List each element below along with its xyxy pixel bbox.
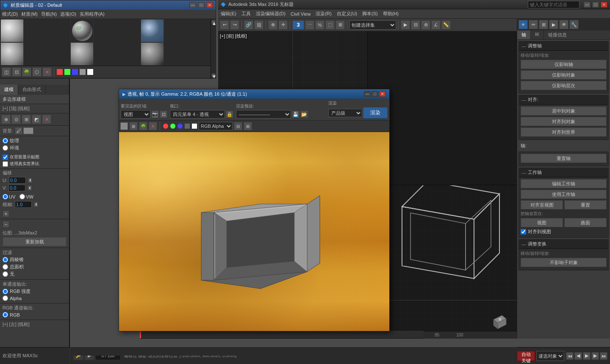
preset-select[interactable]: -------------------- [236, 110, 291, 119]
left-tool-4[interactable]: ◩ [32, 115, 41, 124]
rgb2-radio[interactable] [3, 312, 8, 317]
mat-editor-maximize-btn[interactable]: □ [198, 2, 205, 8]
next-frame-btn[interactable]: ⏭ [600, 352, 607, 360]
left-tool-2[interactable]: ⊙ [11, 115, 21, 124]
right-tab-ik[interactable]: IK [531, 30, 544, 39]
mat-menu-mode[interactable]: 模式(D) [0, 10, 19, 18]
mat-menu-nav[interactable]: 导航(N) [39, 10, 58, 18]
mat-menu-options[interactable]: 选项(O) [58, 10, 78, 18]
menu-render-editor[interactable]: 渲染编辑器(D) [253, 10, 288, 18]
menu-custom[interactable]: 自定义(U) [334, 10, 360, 18]
adjust-axis-header[interactable]: — 调整轴 [519, 41, 608, 51]
mat-color-gray[interactable] [79, 69, 86, 75]
area-select[interactable]: 视图 [121, 110, 150, 119]
mat-tree-btn[interactable]: 🌳 [22, 67, 31, 77]
toolbar-redo[interactable]: ↪ [230, 20, 239, 30]
mat-color-red[interactable] [56, 69, 63, 75]
area-icon1[interactable]: 📷 [151, 110, 159, 118]
alpha-channel-dot[interactable] [184, 123, 190, 129]
timeline-slider-row[interactable] [70, 347, 517, 356]
real-world-cb[interactable] [3, 161, 8, 167]
surface-btn[interactable]: 曲面 [564, 218, 607, 227]
bg-pick-btn[interactable]: 🖊 [15, 127, 22, 135]
v-input[interactable] [8, 185, 25, 191]
mat-sample-1[interactable] [0, 19, 24, 42]
toolbar-select-link[interactable]: 🔗 [244, 20, 253, 30]
mat-menu-material[interactable]: 材质(M) [19, 10, 39, 18]
toolbar-angle[interactable]: ∠ [431, 20, 441, 30]
blur-spinner[interactable]: ⬍ [33, 201, 39, 207]
toolbar-more-2[interactable]: ▶ [401, 20, 410, 30]
render-view-btn1[interactable]: ⊟ [234, 122, 242, 130]
selection-dropdown[interactable]: 刨建选择集 [349, 20, 396, 30]
filter-4corner-radio[interactable] [3, 257, 8, 262]
vw-radio[interactable] [19, 194, 25, 199]
blur-input[interactable] [15, 201, 32, 208]
toolbar-bind-space[interactable]: ⊕ [268, 20, 277, 30]
timeline-area[interactable] [140, 330, 424, 339]
reset-btn[interactable]: 重置 [564, 200, 607, 210]
render-copy-btn[interactable]: ⊞ [129, 122, 138, 130]
prev-frame-btn[interactable]: ⏮ [566, 352, 574, 360]
left-tab-freeform[interactable]: 自由形式 [18, 85, 46, 95]
align-header[interactable]: — 对齐: [519, 95, 608, 105]
toolbar-3d-view[interactable]: 3 [292, 20, 304, 30]
environ-radio[interactable] [3, 145, 8, 151]
reset-pivot-btn[interactable]: 重置轴 [521, 154, 607, 163]
bg-color-swatch[interactable] [23, 127, 33, 134]
v-spinner[interactable]: ⬍ [27, 185, 32, 191]
affect-only-obj-btn[interactable]: 仅影响对象 [521, 70, 607, 80]
menu-help[interactable]: 帮助(H) [380, 10, 401, 18]
mat-editor-close-btn[interactable]: ✕ [206, 2, 213, 8]
center-to-obj-btn[interactable]: 居中到对象 [521, 106, 607, 116]
white-channel-dot[interactable] [191, 123, 197, 129]
red-channel-dot[interactable] [163, 123, 169, 129]
mat-color-blue[interactable] [72, 69, 78, 75]
rgb-strength-radio[interactable] [3, 289, 8, 294]
render-clear-btn[interactable]: ✕ [149, 122, 157, 130]
mat-color-white[interactable] [87, 69, 94, 75]
render-view-btn2[interactable]: ⊞ [244, 122, 252, 130]
viewport-3d[interactable]: 前 80 85 90 95 100 [368, 185, 517, 339]
render-dialog-minimize-btn[interactable]: — [364, 91, 371, 97]
align-to-world-btn[interactable]: 对齐到世界 [521, 127, 607, 137]
blue-channel-dot[interactable] [177, 123, 183, 129]
minus-btn[interactable]: − [3, 221, 9, 228]
render-bg-color[interactable] [120, 122, 128, 130]
right-tab-utils[interactable]: 🔧 [569, 20, 579, 29]
main-search-input[interactable] [528, 2, 579, 7]
preset-icon2[interactable]: 📂 [300, 110, 308, 118]
mat-sample-2[interactable] [70, 19, 94, 42]
align-to-view-btn[interactable]: 对齐至视图 [521, 200, 563, 210]
channel-select[interactable]: RGB Alpha [199, 122, 233, 130]
nav-cube-gizmo[interactable]: 前 [489, 311, 510, 332]
reload-btn[interactable]: 重新加载 [3, 237, 67, 246]
mat-sample-5[interactable] [70, 42, 94, 66]
menu-edit[interactable]: 编辑(E) [218, 10, 239, 18]
toolbar-undo[interactable]: ↩ [220, 20, 229, 30]
render-dialog-close-btn[interactable]: ✕ [379, 91, 386, 97]
toolbar-grid[interactable]: ⊟ [411, 20, 420, 30]
green-channel-dot[interactable] [170, 123, 176, 129]
right-tab-axis[interactable]: 轴 [517, 30, 531, 39]
filter-total-radio[interactable] [3, 264, 8, 270]
right-tab-hierarchy[interactable]: ⊞ [539, 20, 548, 29]
mat-get-material-btn[interactable]: ◫ [2, 67, 11, 77]
main-maximize-btn[interactable]: □ [592, 2, 599, 8]
mat-put-material-btn[interactable]: ⊡ [12, 67, 21, 77]
align-to-obj-btn[interactable]: 对齐到对象 [521, 117, 607, 126]
u-spinner[interactable]: ⬍ [28, 177, 33, 183]
left-tool-3[interactable]: ⊞ [22, 115, 31, 124]
mat-color-green[interactable] [64, 69, 71, 75]
uv-radio[interactable] [3, 194, 8, 199]
plus-btn[interactable]: + [3, 210, 9, 217]
use-work-axis-btn[interactable]: 使用工作轴 [521, 190, 607, 199]
mat-sample-4[interactable] [0, 42, 24, 66]
viewport-perspective[interactable] [368, 31, 517, 185]
mat-sample-6[interactable] [141, 42, 164, 66]
mat-scrollbar[interactable]: ▲ ▼ [211, 19, 216, 78]
toolbar-cube[interactable]: ⬚ [325, 20, 335, 30]
work-axis-header[interactable]: — 工作轴 [519, 168, 608, 177]
menu-script[interactable]: 脚本(S) [360, 10, 380, 18]
mat-editor-minimize-btn[interactable]: — [189, 2, 196, 8]
